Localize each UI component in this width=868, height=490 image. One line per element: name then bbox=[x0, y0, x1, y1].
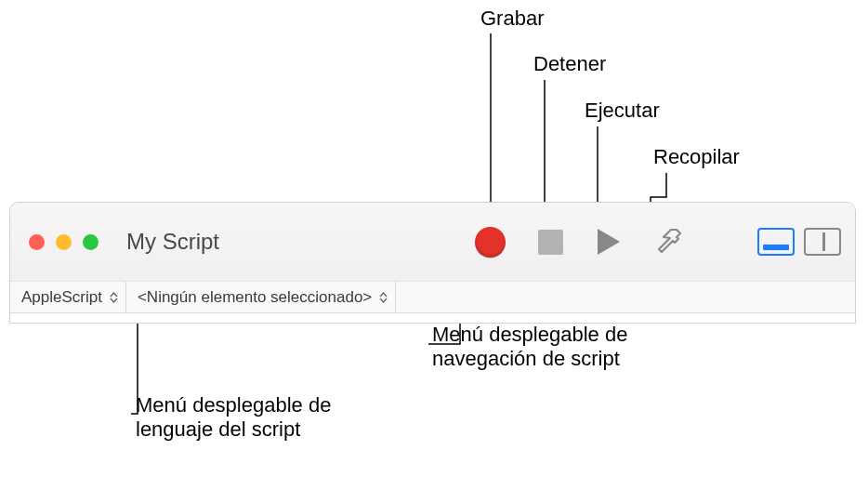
chevron-updown-icon bbox=[379, 292, 388, 303]
run-button[interactable] bbox=[596, 227, 622, 257]
view-mode-button-active[interactable] bbox=[757, 228, 795, 256]
view-switcher bbox=[757, 228, 841, 256]
titlebar: My Script bbox=[10, 203, 855, 282]
callout-nav-menu-label: Menú desplegable de navegación de script bbox=[432, 323, 674, 371]
script-editor-window: My Script Appl bbox=[9, 202, 856, 324]
callout-record-label: Grabar bbox=[480, 7, 544, 31]
navigation-popup-value: <Ningún elemento seleccionado> bbox=[138, 288, 372, 307]
window-controls bbox=[29, 234, 99, 250]
callout-lang-menu-label: Menú desplegable de lenguaje del script bbox=[136, 393, 377, 442]
window-title: My Script bbox=[126, 229, 219, 255]
navigation-bar: AppleScript <Ningún elemento seleccionad… bbox=[10, 282, 855, 313]
minimize-button[interactable] bbox=[56, 234, 72, 250]
callout-stop-label: Detener bbox=[533, 52, 606, 76]
language-popup[interactable]: AppleScript bbox=[10, 282, 126, 312]
compile-button[interactable] bbox=[654, 225, 688, 258]
record-icon bbox=[475, 227, 506, 258]
navigation-popup[interactable]: <Ningún elemento seleccionado> bbox=[126, 282, 396, 312]
hammer-icon bbox=[654, 225, 688, 258]
chevron-updown-icon bbox=[110, 292, 118, 303]
record-button[interactable] bbox=[475, 227, 506, 258]
sidebar-toggle-button[interactable] bbox=[804, 228, 841, 256]
editor-area[interactable] bbox=[10, 313, 855, 323]
toolbar bbox=[475, 225, 688, 258]
stop-icon bbox=[538, 230, 563, 255]
close-button[interactable] bbox=[29, 234, 45, 250]
callout-compile-label: Recopilar bbox=[653, 145, 740, 169]
language-popup-value: AppleScript bbox=[21, 288, 102, 307]
stop-button[interactable] bbox=[538, 230, 563, 255]
maximize-button[interactable] bbox=[83, 234, 99, 250]
play-icon bbox=[596, 227, 622, 257]
callout-run-label: Ejecutar bbox=[585, 99, 660, 123]
